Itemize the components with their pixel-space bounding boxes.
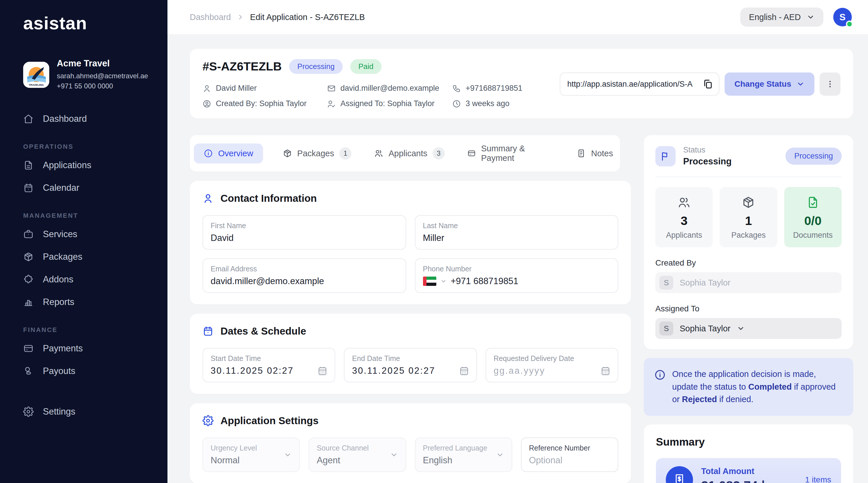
total-amount-label: Total Amount — [701, 466, 774, 476]
right-panel: Status Processing Processing 3 Applicant… — [644, 135, 853, 483]
sidebar-item-calendar[interactable]: Calendar — [23, 176, 167, 199]
field-label: Last Name — [423, 222, 611, 230]
sidebar-item-applications[interactable]: Applications — [23, 154, 167, 176]
share-url-input[interactable] — [567, 80, 699, 89]
calendar-icon[interactable] — [601, 366, 610, 375]
status-header: Status Processing Processing — [655, 145, 842, 167]
customer-phone-text: +971688719851 — [466, 84, 522, 93]
sidebar-section-finance: FINANCE — [23, 326, 167, 334]
online-status-dot — [846, 21, 853, 28]
start-date-field[interactable]: Start Date Time 30.11.2025 02:27 — [203, 348, 335, 382]
application-title-row: #S-AZ6TEZLB Processing Paid — [203, 59, 522, 74]
phone-value-row: +971 688719851 — [423, 276, 611, 286]
sidebar-item-reports[interactable]: Reports — [23, 291, 167, 313]
stats-row: 3 Applicants 1 Packages 0/0 Documents — [655, 187, 842, 247]
tab-applicants[interactable]: Applicants 3 — [371, 142, 447, 165]
locale-label: English - AED — [749, 12, 801, 22]
tab-label: Overview — [218, 149, 253, 158]
puzzle-icon — [23, 274, 34, 285]
date-text: 30.11.2025 02:27 — [211, 366, 294, 376]
field-value: David — [211, 233, 398, 243]
change-status-label: Change Status — [735, 80, 791, 89]
sidebar-item-dashboard[interactable]: Dashboard — [23, 108, 167, 130]
phone-number-text: +971 688719851 — [451, 276, 519, 286]
requested-delivery-field[interactable]: Requested Delivery Date gg.aa.yyyy — [486, 348, 618, 382]
sidebar-item-addons[interactable]: Addons — [23, 268, 167, 291]
share-url-box — [560, 73, 719, 96]
breadcrumb-dashboard[interactable]: Dashboard — [190, 12, 231, 22]
field-label: Reference Number — [529, 444, 610, 452]
application-settings-card: Application Settings Urgency Level Norma… — [190, 403, 631, 483]
phone-field[interactable]: Phone Number +971 688719851 — [415, 258, 619, 293]
sidebar-item-services[interactable]: Services — [23, 223, 167, 246]
field-value: Agent — [317, 455, 369, 465]
contact-information-card: Contact Information First Name David Las… — [190, 181, 631, 305]
phone-icon — [452, 84, 461, 93]
tab-summary-payment[interactable]: Summary & Payment — [464, 139, 557, 168]
field-label: Email Address — [211, 265, 398, 273]
mail-icon — [327, 84, 336, 93]
updated-time-text: 3 weeks ago — [466, 99, 509, 108]
packages-stat-tile: 1 Packages — [720, 187, 777, 247]
section-title-text: Contact Information — [220, 193, 317, 204]
receipt-icon — [673, 474, 686, 483]
urgency-level-select[interactable]: Urgency Level Normal — [203, 437, 300, 472]
customer-name: David Miller — [203, 84, 327, 93]
receipt-icon-circle — [666, 466, 693, 483]
copy-icon[interactable] — [703, 79, 713, 89]
calendar-icon — [23, 183, 34, 193]
users-icon — [677, 196, 691, 209]
status-badge: Processing — [289, 59, 343, 74]
chevron-down-icon — [496, 451, 504, 459]
tab-packages[interactable]: Packages 1 — [280, 142, 354, 165]
tab-overview[interactable]: Overview — [194, 143, 263, 164]
assigned-to-name: Sophia Taylor — [680, 324, 731, 333]
file-icon — [23, 160, 34, 170]
section-title-text: Application Settings — [220, 415, 318, 426]
avatar: S — [659, 321, 673, 335]
more-actions-button[interactable] — [819, 73, 840, 96]
account-info: Acme Travel sarah.ahmed@acmetravel.ae +9… — [57, 58, 148, 91]
sidebar-item-label: Calendar — [43, 183, 80, 193]
source-channel-select[interactable]: Source Channel Agent — [309, 437, 406, 472]
calendar-icon[interactable] — [318, 366, 327, 375]
sidebar-item-label: Services — [43, 229, 78, 239]
preferred-language-select[interactable]: Preferred Language English — [415, 437, 512, 472]
locale-selector[interactable]: English - AED — [740, 7, 824, 27]
calendar-icon — [203, 325, 214, 337]
calendar-icon[interactable] — [460, 366, 469, 375]
svg-text:TRAVELING: TRAVELING — [29, 84, 43, 86]
status-value: Processing — [683, 156, 732, 167]
main-content: #S-AZ6TEZLB Processing Paid David Miller… — [190, 49, 853, 483]
sidebar-item-settings[interactable]: Settings — [23, 400, 167, 423]
customer-phone: +971688719851 — [452, 84, 522, 93]
decision-info-note: Once the application decision is made, u… — [644, 358, 853, 416]
field-label: Requested Delivery Date — [494, 354, 610, 363]
change-status-button[interactable]: Change Status — [724, 73, 814, 96]
status-texts: Status Processing — [683, 145, 732, 167]
status-badge: Processing — [785, 148, 842, 165]
email-field[interactable]: Email Address david.miller@demo.example — [203, 258, 406, 293]
application-header-actions: Change Status — [560, 59, 840, 108]
tab-count-badge: 3 — [433, 147, 445, 160]
account-phone: +971 55 000 0000 — [57, 81, 148, 91]
total-amount-tile: Total Amount 31,083.74 د.إ 1 items — [656, 458, 841, 483]
user-icon — [203, 84, 211, 93]
end-date-field[interactable]: End Date Time 30.11.2025 02:27 — [344, 348, 476, 382]
reference-number-field[interactable]: Reference Number Optional — [521, 437, 618, 472]
first-name-field[interactable]: First Name David — [203, 215, 406, 250]
user-avatar[interactable]: S — [833, 8, 852, 26]
assigned-to-select[interactable]: S Sophia Taylor — [655, 318, 842, 339]
sidebar-item-payments[interactable]: Payments — [23, 337, 167, 360]
tab-notes[interactable]: Notes — [574, 143, 616, 164]
created-by-name: Sophia Taylor — [680, 278, 731, 288]
uae-flag-icon[interactable] — [423, 277, 436, 286]
last-name-field[interactable]: Last Name Miller — [415, 215, 619, 250]
sidebar-item-label: Addons — [43, 274, 73, 285]
stat-value: 1 — [720, 214, 777, 228]
sidebar-item-payouts[interactable]: Payouts — [23, 360, 167, 382]
sidebar-item-label: Packages — [43, 252, 82, 262]
payment-badge: Paid — [350, 59, 381, 74]
application-header-card: #S-AZ6TEZLB Processing Paid David Miller… — [190, 49, 853, 119]
sidebar-item-packages[interactable]: Packages — [23, 246, 167, 268]
